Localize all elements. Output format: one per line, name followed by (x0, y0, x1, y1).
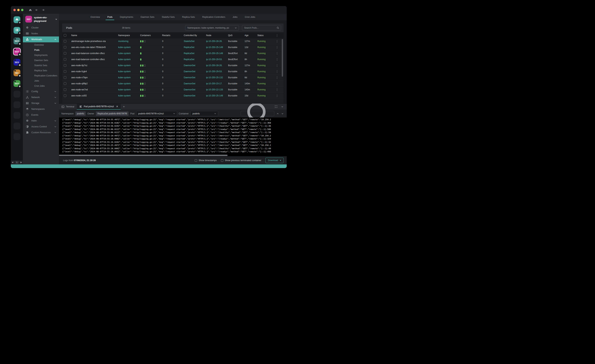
show-previous-checkbox[interactable]: Show previous terminated container (221, 159, 261, 162)
search-input[interactable] (244, 27, 276, 29)
back-icon[interactable] (35, 8, 38, 12)
container-select[interactable]: podinfo (190, 111, 218, 116)
namespace-link[interactable]: kube-system (118, 94, 131, 97)
controlled-by-link[interactable]: DaemonSet (184, 70, 206, 73)
tab-pods[interactable]: Pods (107, 14, 113, 20)
row-checkbox[interactable] (64, 70, 66, 73)
cluster-tile-sep[interactable]: SEP☸ (14, 48, 20, 55)
row-checkbox[interactable] (64, 46, 66, 49)
row-menu-button[interactable]: ⋮ (273, 94, 281, 97)
node-link[interactable]: ip-10-250-28-26. (206, 40, 228, 43)
column-header-age[interactable]: Age (245, 34, 257, 37)
namespace-link[interactable]: kube-system (118, 46, 131, 49)
sidebar-item-config[interactable]: Config (23, 89, 59, 94)
controlled-by-link[interactable]: StatefulSet (184, 40, 206, 43)
namespace-filter-select[interactable]: Namespaces: kube-system, monitoring, po (185, 25, 239, 31)
row-checkbox[interactable] (64, 58, 66, 61)
tab-jobs[interactable]: Jobs (232, 14, 238, 20)
sidebar-subitem-pods[interactable]: Pods (23, 48, 59, 53)
table-row[interactable]: aws-eks-node-role-label-7f59dcb45kube-sy… (62, 44, 283, 50)
tab-daemon-sets[interactable]: Daemon Sets (140, 14, 155, 20)
table-row[interactable]: aws-node-zs5f2kube-system0DaemonSetip-10… (62, 93, 283, 99)
node-link[interactable]: ip-10-250-23-17. (206, 82, 228, 85)
table-row[interactable]: aws-node-q99p2kube-system0DaemonSetip-10… (62, 81, 283, 87)
column-header-name[interactable]: Name (71, 34, 118, 37)
expand-icon[interactable] (275, 105, 277, 108)
namespace-link[interactable]: kube-system (118, 88, 131, 91)
row-menu-button[interactable]: ⋮ (273, 76, 281, 79)
row-menu-button[interactable]: ⋮ (273, 70, 281, 73)
controlled-by-link[interactable]: DaemonSet (184, 76, 206, 79)
column-header-status[interactable]: Status (257, 34, 273, 37)
sidebar-subitem-deployments[interactable]: Deployments (23, 53, 59, 58)
table-row[interactable]: aws-load-balancer-controller-cfbcckube-s… (62, 57, 283, 63)
sidebar-item-storage[interactable]: Storage (23, 100, 59, 106)
pod-select[interactable]: podinfo-6f4579f7f9-m2mzl (136, 111, 177, 116)
row-checkbox[interactable] (64, 88, 66, 91)
column-header-qos[interactable]: QoS (228, 34, 245, 37)
namespace-link[interactable]: kube-system (118, 64, 131, 67)
table-menu-button[interactable]: ⋮ (273, 34, 281, 37)
column-header-controlled-by[interactable]: Controlled By (184, 34, 206, 37)
close-window-button[interactable] (13, 9, 16, 11)
tab-replication-controllers[interactable]: Replication Controllers (202, 14, 226, 20)
sidebar-item-workloads[interactable]: Workloads (23, 36, 59, 42)
catalog-tile[interactable]: ⚙ (14, 27, 20, 34)
home-icon[interactable] (28, 8, 32, 12)
controlled-by-link[interactable]: DaemonSet (184, 64, 206, 67)
download-button[interactable]: Download (265, 158, 283, 163)
sidebar-item-cluster[interactable]: ☸Cluster (23, 25, 59, 31)
page-number[interactable]: 1 (15, 161, 19, 164)
controlled-by-link[interactable]: DaemonSet (184, 82, 206, 85)
namespace-link[interactable]: kube-system (118, 82, 131, 85)
sidebar-item-namespaces[interactable]: Namespaces (23, 106, 59, 112)
sidebar-subitem-jobs[interactable]: Jobs (23, 78, 59, 83)
sidebar-item-nodes[interactable]: Nodes (23, 31, 59, 36)
dock-tab-pod-logs[interactable]: Pod podinfo-6f4579f7f9-m2mzl ✕ (77, 104, 121, 110)
row-menu-button[interactable]: ⋮ (273, 88, 281, 91)
tab-replica-sets[interactable]: Replica Sets (182, 14, 195, 20)
prev-page-button[interactable] (12, 162, 13, 163)
controlled-by-link[interactable]: ReplicaSet (184, 52, 206, 55)
row-checkbox[interactable] (64, 40, 66, 43)
sidebar-subitem-replica-sets[interactable]: Replica Sets (23, 68, 59, 73)
row-checkbox[interactable] (64, 82, 66, 85)
namespace-link[interactable]: kube-system (118, 52, 131, 55)
node-link[interactable]: ip-10-250-25-132 (206, 76, 228, 79)
node-link[interactable]: ip-10-250-29-53. (206, 58, 228, 61)
table-row[interactable]: aws-node-wx7vdkube-system0DaemonSetip-10… (62, 87, 283, 93)
cluster-tile-sep[interactable]: SEP☸ (14, 80, 20, 87)
column-header-containers[interactable]: Containers (140, 34, 162, 37)
show-timestamps-checkbox[interactable]: Show timestamps (195, 159, 217, 162)
sidebar-subitem-cron-jobs[interactable]: Cron Jobs (23, 83, 59, 89)
sidebar-item-helm[interactable]: ☸Helm (23, 118, 59, 124)
node-link[interactable]: ip-10-250-25-149 (206, 94, 228, 97)
column-header-node[interactable]: Node (206, 34, 228, 37)
tab-overview[interactable]: Overview (90, 14, 100, 20)
namespace-link[interactable]: kube-system (118, 70, 131, 73)
column-header-namespace[interactable]: Namespace (118, 34, 140, 37)
node-link[interactable]: ip-10-250-22-133 (206, 88, 228, 91)
forward-icon[interactable] (41, 8, 45, 12)
table-row[interactable]: aws-load-balancer-controller-cfbcckube-s… (62, 50, 283, 57)
logs-horizontal-scrollbar[interactable] (59, 155, 287, 156)
node-link[interactable]: ip-10-250-25-149 (206, 52, 228, 55)
tab-deployments[interactable]: Deployments (120, 14, 134, 20)
cluster-tile-ses[interactable]: SES☸ (14, 59, 20, 66)
select-all-checkbox[interactable] (64, 34, 66, 37)
sidebar-subitem-overview[interactable]: Overview (23, 42, 59, 48)
sidebar-item-access-control[interactable]: Access Control (23, 124, 59, 129)
column-header-restarts[interactable]: Restarts (162, 34, 184, 37)
row-menu-button[interactable]: ⋮ (273, 64, 281, 67)
controlled-by-link[interactable]: DaemonSet (184, 88, 206, 91)
sidebar-item-network[interactable]: Network (23, 94, 59, 100)
maximize-window-button[interactable] (21, 9, 23, 11)
next-page-button[interactable] (21, 162, 22, 163)
namespace-link[interactable]: kube-system (118, 76, 131, 79)
sidebar-item-custom-resources[interactable]: Custom Resources (23, 129, 59, 136)
row-checkbox[interactable] (64, 64, 66, 67)
table-row[interactable]: alertmanager-kube-prometheus-stamonitori… (62, 38, 283, 44)
tab-cron-jobs[interactable]: Cron Jobs (244, 14, 255, 20)
namespace-link[interactable]: monitoring (118, 40, 128, 43)
new-dock-tab-button[interactable]: + (121, 104, 127, 110)
